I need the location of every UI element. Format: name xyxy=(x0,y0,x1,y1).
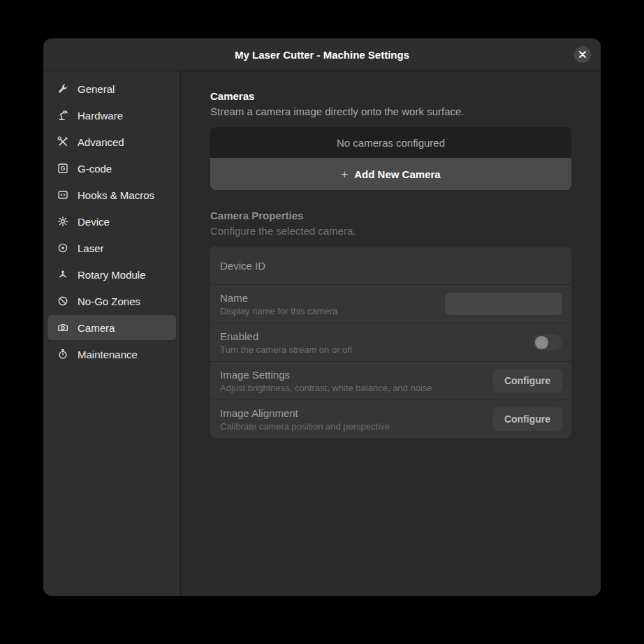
crossed-tools-icon xyxy=(57,136,68,147)
sidebar-item-laser[interactable]: Laser xyxy=(47,235,176,261)
camera-settings-page: Cameras Stream a camera image directly o… xyxy=(181,71,601,596)
add-new-camera-button[interactable]: + Add New Camera xyxy=(210,158,571,190)
image-alignment-row: Image Alignment Calibrate camera positio… xyxy=(210,400,571,438)
sidebar: General Hardware Advanced G G-code xyxy=(43,71,181,596)
sidebar-item-device[interactable]: Device xyxy=(47,209,176,234)
close-icon xyxy=(579,48,586,61)
sidebar-item-label: General xyxy=(78,83,115,95)
code-brackets-icon xyxy=(57,189,68,200)
machine-settings-window: My Laser Cutter - Machine Settings Gener… xyxy=(43,38,601,596)
sidebar-item-maintenance[interactable]: Maintenance xyxy=(47,342,176,367)
image-settings-configure-button[interactable]: Configure xyxy=(492,369,562,393)
sidebar-item-advanced[interactable]: Advanced xyxy=(47,129,176,154)
enabled-label: Enabled xyxy=(220,330,533,342)
svg-text:G: G xyxy=(61,165,66,172)
headerbar: My Laser Cutter - Machine Settings xyxy=(43,38,601,71)
image-alignment-label: Image Alignment xyxy=(220,407,492,419)
wrench-icon xyxy=(57,83,68,94)
gcode-icon: G xyxy=(57,163,68,174)
camera-properties-card: Device ID Name Display name for this cam… xyxy=(210,247,571,438)
cameras-list-card: No cameras configured + Add New Camera xyxy=(210,127,571,190)
sidebar-item-camera[interactable]: Camera xyxy=(47,315,176,340)
sidebar-item-label: Maintenance xyxy=(78,349,138,360)
device-id-row: Device ID xyxy=(210,247,571,284)
sidebar-item-label: G-code xyxy=(78,163,112,175)
camera-properties-title: Camera Properties xyxy=(210,210,571,221)
sidebar-item-rotary-module[interactable]: Rotary Module xyxy=(47,262,176,287)
device-id-label: Device ID xyxy=(220,260,562,272)
sidebar-item-no-go-zones[interactable]: No-Go Zones xyxy=(47,288,176,314)
image-settings-description: Adjust brightness, contrast, white balan… xyxy=(220,383,492,393)
camera-icon xyxy=(57,322,68,333)
cameras-section-subtitle: Stream a camera image directly onto the … xyxy=(210,105,571,117)
image-settings-label: Image Settings xyxy=(220,369,492,381)
rotary-icon xyxy=(57,269,68,280)
sidebar-item-hooks-macros[interactable]: Hooks & Macros xyxy=(47,182,176,207)
camera-list-empty-state: No cameras configured xyxy=(210,127,571,158)
name-row: Name Display name for this camera xyxy=(210,284,571,323)
prohibition-icon xyxy=(57,295,68,307)
close-button[interactable] xyxy=(574,46,591,63)
robot-arm-icon xyxy=(57,110,68,121)
image-alignment-description: Calibrate camera position and perspectiv… xyxy=(220,421,492,432)
main-area: General Hardware Advanced G G-code xyxy=(43,71,601,596)
target-icon xyxy=(57,242,68,254)
sidebar-item-label: Hooks & Macros xyxy=(78,189,154,201)
sidebar-item-general[interactable]: General xyxy=(47,76,176,101)
window-title: My Laser Cutter - Machine Settings xyxy=(235,49,409,61)
name-description: Display name for this camera xyxy=(220,306,445,316)
stopwatch-icon xyxy=(57,349,68,360)
cameras-section-title: Cameras xyxy=(210,90,571,102)
enabled-row: Enabled Turn the camera stream on or off xyxy=(210,323,571,361)
sidebar-item-label: Camera xyxy=(78,322,115,334)
sidebar-item-label: No-Go Zones xyxy=(78,295,140,307)
plus-icon: + xyxy=(341,168,348,180)
add-new-camera-label: Add New Camera xyxy=(354,168,440,180)
image-settings-row: Image Settings Adjust brightness, contra… xyxy=(210,361,571,400)
sidebar-item-gcode[interactable]: G G-code xyxy=(47,156,176,181)
camera-properties-subtitle: Configure the selected camera. xyxy=(210,225,571,237)
sidebar-item-label: Laser xyxy=(78,242,104,254)
sidebar-item-label: Advanced xyxy=(78,136,124,148)
toggle-knob xyxy=(535,336,548,349)
enabled-description: Turn the camera stream on or off xyxy=(220,344,533,355)
name-label: Name xyxy=(220,292,445,304)
camera-name-input[interactable] xyxy=(445,293,562,315)
enabled-toggle[interactable] xyxy=(533,334,562,351)
sidebar-item-label: Rotary Module xyxy=(78,269,146,281)
image-alignment-configure-button[interactable]: Configure xyxy=(492,407,562,431)
sidebar-item-label: Device xyxy=(78,216,110,228)
sidebar-item-label: Hardware xyxy=(78,110,123,122)
gear-icon xyxy=(57,216,68,227)
sidebar-item-hardware[interactable]: Hardware xyxy=(47,103,176,128)
